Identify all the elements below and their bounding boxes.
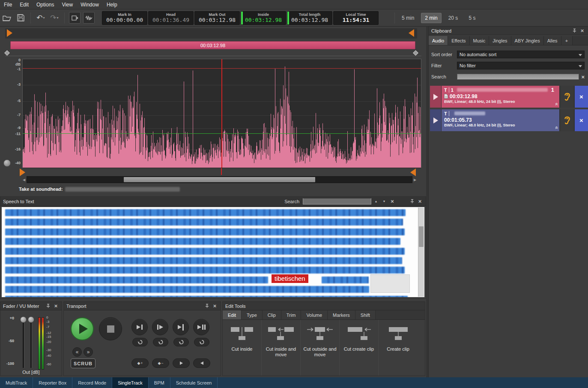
cut-inside-and-move-button[interactable]: Cut inside and move <box>262 320 301 376</box>
clipboard-close-icon[interactable]: × <box>579 27 585 34</box>
skip-forward-button[interactable]: » <box>84 347 93 357</box>
scroll-left-arrow[interactable]: ◀ <box>21 176 27 183</box>
filter-dropdown[interactable]: No filter <box>457 62 585 69</box>
menu-options[interactable]: Options <box>33 0 58 9</box>
fader-knob-left[interactable] <box>20 316 27 323</box>
undo-button[interactable]: ↶ ▾ <box>35 12 46 24</box>
tab-schedule-screen[interactable]: Schedule Screen <box>170 377 218 388</box>
stt-search-next-button[interactable]: ▼ <box>381 198 388 205</box>
scrollbar-track[interactable] <box>27 176 412 183</box>
stt-pin-icon[interactable] <box>409 198 415 205</box>
tab-volume[interactable]: Volume <box>301 310 328 319</box>
overview-strip[interactable] <box>5 28 417 39</box>
redo-button[interactable]: ↷ ▾ <box>49 12 60 24</box>
scrub-button[interactable]: SCRUB <box>71 358 96 368</box>
tab-multitrack[interactable]: MultiTrack <box>0 377 33 388</box>
transport-close-icon[interactable]: × <box>212 303 218 309</box>
remove-marker-button[interactable]: ◆− <box>152 358 169 368</box>
play-button[interactable] <box>71 317 94 340</box>
play-from-cursor-button[interactable] <box>152 319 168 335</box>
tab-singletrack[interactable]: SingleTrack <box>112 377 149 388</box>
collapse-chevron-icon[interactable]: » <box>554 126 560 129</box>
range-handle-right[interactable] <box>413 50 418 56</box>
loop-play-from-button[interactable] <box>153 338 168 346</box>
cut-outside-and-move-button[interactable]: Cut outside and move <box>301 320 340 376</box>
clip-body[interactable]: T 1 1 00:03:12.98 BWF, Linear; 48.0 kHz,… <box>442 86 559 108</box>
zoom-20s-button[interactable]: 20 s <box>445 13 462 23</box>
zoom-5min-button[interactable]: 5 min <box>398 13 418 23</box>
tab-type[interactable]: Type <box>242 310 263 319</box>
next-marker-button[interactable] <box>173 358 190 368</box>
range-handle-left[interactable] <box>4 50 10 56</box>
add-marker-button[interactable]: ◆+ <box>131 358 149 368</box>
menu-edit[interactable]: Edit <box>16 0 33 9</box>
tab-reporter-box[interactable]: Reporter Box <box>33 377 72 388</box>
clip-delete-button[interactable]: × <box>575 109 588 131</box>
fader-close-icon[interactable]: × <box>53 303 59 309</box>
selection-range-bar[interactable]: 00:03:12.98 <box>10 41 415 49</box>
transfer-audio-button[interactable] <box>69 12 81 24</box>
sort-order-dropdown[interactable]: No automatic sort <box>457 51 585 58</box>
skip-back-button[interactable]: « <box>72 347 82 357</box>
clip-play-button[interactable] <box>430 109 441 131</box>
stt-search-prev-button[interactable]: ▲ <box>373 198 379 205</box>
edit-audio-button[interactable] <box>83 12 95 24</box>
clipboard-pin-icon[interactable] <box>571 27 578 34</box>
clipboard-tab-effects[interactable]: Effects <box>448 36 469 45</box>
play-to-mark-out-button[interactable] <box>173 319 189 335</box>
prev-marker-button[interactable] <box>193 358 210 368</box>
zoom-5s-button[interactable]: 5 s <box>465 13 479 23</box>
clipboard-tab-aby-jingles[interactable]: ABY Jingles <box>511 36 544 45</box>
tab-trim[interactable]: Trim <box>281 310 301 319</box>
menu-view[interactable]: View <box>58 0 77 9</box>
tab-markers[interactable]: Markers <box>328 310 355 319</box>
menu-window[interactable]: Window <box>77 0 103 9</box>
clipboard-tab-alles[interactable]: Alles <box>544 36 561 45</box>
scrollbar-thumb[interactable] <box>124 177 315 182</box>
clip-prelisten-button[interactable] <box>560 109 574 131</box>
edit-marker-right-icon[interactable] <box>410 168 416 176</box>
fader-pin-icon[interactable] <box>45 303 51 309</box>
menu-help[interactable]: Help <box>103 0 121 9</box>
stt-scrollbar[interactable] <box>418 208 424 297</box>
clip-play-button[interactable] <box>430 86 441 108</box>
fader-track-left[interactable] <box>23 318 24 368</box>
tab-bpm[interactable]: BPM <box>149 377 170 388</box>
save-button[interactable] <box>15 12 26 24</box>
tab-shift[interactable]: Shift <box>355 310 376 319</box>
cut-create-clip-button[interactable]: Cut create clip <box>340 320 379 376</box>
waveform-canvas[interactable] <box>22 59 421 168</box>
stt-text-content[interactable]: tibetischen <box>2 207 424 297</box>
tab-clip[interactable]: Clip <box>263 310 281 319</box>
create-clip-button[interactable]: Create clip <box>379 320 418 376</box>
stt-search-input[interactable] <box>303 198 371 205</box>
zoom-2min-button[interactable]: 2 min <box>421 13 441 23</box>
zoom-range-left-marker-icon[interactable] <box>7 29 12 37</box>
cut-inside-button[interactable]: Cut inside <box>223 320 262 376</box>
transport-pin-icon[interactable] <box>204 303 210 309</box>
play-over-cut-button[interactable] <box>193 319 209 335</box>
clipboard-tab-add[interactable]: + <box>561 36 573 45</box>
menu-file[interactable]: File <box>0 0 16 9</box>
clip-prelisten-button[interactable] <box>560 86 574 108</box>
clipboard-clip-2[interactable]: T 00:01:05.73 BWF, Linear; 48.0 kHz, 24 … <box>430 109 588 131</box>
clipboard-tab-audio[interactable]: Audio <box>429 36 448 45</box>
tab-record-mode[interactable]: Record Mode <box>72 377 112 388</box>
clipboard-clip-1[interactable]: T 1 1 00:03:12.98 BWF, Linear; 48.0 kHz,… <box>430 86 588 108</box>
clip-delete-button[interactable]: × <box>575 86 588 108</box>
clipboard-tab-music[interactable]: Music <box>470 36 490 45</box>
scroll-right-arrow[interactable]: ▶ <box>412 176 418 183</box>
clip-body[interactable]: T 00:01:05.73 BWF, Linear; 48.0 kHz, 24 … <box>442 109 559 131</box>
tab-edit[interactable]: Edit <box>223 310 242 319</box>
clipboard-search-clear-icon[interactable]: × <box>581 74 585 80</box>
fader-track-right[interactable] <box>30 318 32 368</box>
stt-search-clear-button[interactable]: × <box>389 198 396 205</box>
play-to-cursor-button[interactable] <box>131 319 148 335</box>
stt-close-icon[interactable]: × <box>417 198 423 205</box>
loop-play-over-button[interactable] <box>194 338 209 346</box>
stop-button[interactable] <box>99 317 122 340</box>
open-file-button[interactable] <box>1 12 12 24</box>
stt-scrollbar-thumb[interactable] <box>419 226 424 247</box>
edit-marker-left-icon[interactable] <box>20 168 25 176</box>
stt-highlight-word[interactable]: tibetischen <box>272 274 308 283</box>
